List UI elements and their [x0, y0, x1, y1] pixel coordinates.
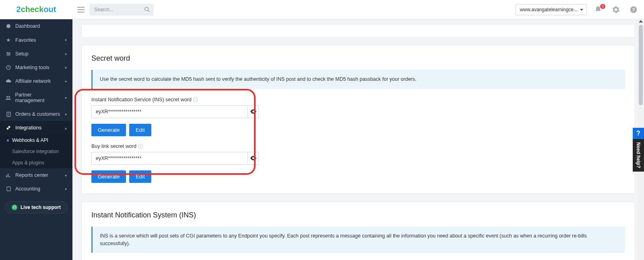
- sidebar-sub-salesforce[interactable]: Salesforce integration: [0, 146, 72, 157]
- chevron-up-icon: ▴: [65, 126, 67, 130]
- chevron-down-icon: ▾: [65, 66, 67, 70]
- sidebar-item-accounting[interactable]: Accounting ▾: [0, 182, 72, 196]
- search-wrap: [89, 4, 154, 16]
- secret-word-info: Use the secret word to calculate the MD5…: [91, 70, 625, 89]
- chevron-down-icon: ▾: [65, 173, 67, 178]
- svg-rect-11: [7, 187, 10, 191]
- plug-icon: [6, 125, 11, 130]
- svg-point-3: [6, 24, 10, 28]
- sidebar-label: Reports center: [15, 172, 48, 178]
- chevron-down-icon: ▾: [65, 96, 67, 100]
- notifications-icon[interactable]: 0: [592, 6, 605, 14]
- chevron-down-icon: ▾: [65, 112, 67, 117]
- chevron-down-icon: ▾: [65, 38, 67, 42]
- svg-point-4: [7, 52, 8, 53]
- ins-card: Instant Notification System (INS) INS is…: [81, 202, 635, 260]
- calculator-icon: [6, 186, 11, 191]
- logo[interactable]: 2checkout: [0, 5, 72, 14]
- ins-secret-label: Instant Notification Service (INS) secre…: [91, 97, 625, 102]
- settings-icon[interactable]: [609, 6, 622, 14]
- help-icon[interactable]: ?: [193, 97, 198, 102]
- users-icon: [6, 96, 11, 100]
- secret-word-title: Secret word: [91, 54, 625, 63]
- svg-point-6: [8, 55, 8, 55]
- sidebar-item-dashboard[interactable]: Dashboard: [0, 19, 72, 33]
- search-icon[interactable]: [144, 6, 150, 12]
- cloud-icon: [6, 79, 11, 83]
- help-question-icon: ?: [633, 128, 644, 139]
- sidebar-label: Orders & customers: [15, 111, 60, 117]
- chart-icon: [6, 173, 11, 178]
- sidebar-item-marketing[interactable]: Marketing tools ▾: [0, 61, 72, 74]
- generate-ins-button[interactable]: Generate: [91, 124, 126, 136]
- svg-point-0: [145, 7, 149, 10]
- support-label: Live tech support: [21, 205, 61, 210]
- eye-icon: [250, 109, 256, 114]
- buy-secret-label: Buy link secret word ?: [91, 143, 625, 149]
- svg-text:?: ?: [632, 7, 635, 12]
- sidebar-sub-webhooks[interactable]: Webhooks & API: [0, 135, 72, 146]
- scroll-up-icon[interactable]: [639, 20, 643, 23]
- sidebar-item-reports[interactable]: Reports center ▾: [0, 168, 72, 182]
- card-previous: [81, 24, 635, 38]
- clipboard-icon: [6, 112, 11, 117]
- sidebar-item-partner[interactable]: Partner management ▾: [0, 88, 72, 107]
- sliders-icon: [6, 51, 11, 56]
- headset-icon: [12, 205, 17, 210]
- notif-badge: 0: [600, 4, 605, 9]
- need-help-tab[interactable]: ? Need help?: [633, 128, 644, 172]
- sidebar-sub-integrations: Webhooks & API Salesforce integration Ap…: [0, 135, 72, 168]
- sidebar-label: Dashboard: [15, 23, 40, 29]
- sidebar-label: Affiliate network: [15, 78, 51, 84]
- sidebar-item-setup[interactable]: Setup ▾: [0, 47, 72, 61]
- secret-word-card: Secret word Use the secret word to calcu…: [81, 45, 635, 194]
- sidebar-label: Integrations: [15, 125, 41, 131]
- sidebar-item-affiliate[interactable]: Affiliate network ▾: [0, 74, 72, 88]
- scrollbar-thumb[interactable]: [639, 25, 643, 105]
- svg-point-8: [6, 96, 8, 98]
- svg-point-5: [9, 53, 10, 54]
- dashboard-icon: [6, 24, 11, 29]
- reveal-buy-secret-button[interactable]: [248, 152, 259, 165]
- main-content: Secret word Use the secret word to calcu…: [72, 19, 644, 260]
- sidebar-label: Accounting: [15, 186, 40, 192]
- sidebar-item-favorites[interactable]: ★ Favorites ▾: [0, 33, 72, 47]
- svg-point-9: [8, 96, 10, 98]
- help-icon[interactable]: ?: [138, 144, 143, 149]
- chevron-down-icon: ▾: [65, 187, 67, 191]
- topbar: 2checkout www.avangatelearningce... 0 ?: [0, 0, 644, 19]
- menu-toggle[interactable]: [77, 7, 85, 12]
- buy-secret-input[interactable]: [91, 152, 248, 165]
- eye-icon: [250, 156, 256, 160]
- ins-secret-input[interactable]: [91, 105, 248, 118]
- sidebar-item-integrations[interactable]: Integrations ▴: [0, 121, 72, 135]
- chevron-down-icon: ▾: [65, 52, 67, 56]
- sidebar-label: Favorites: [15, 37, 36, 43]
- reveal-ins-secret-button[interactable]: [248, 105, 259, 118]
- account-selector[interactable]: www.avangatelearningce...: [516, 4, 587, 15]
- ins-title: Instant Notification System (INS): [91, 211, 625, 219]
- live-support-button[interactable]: Live tech support: [5, 201, 68, 213]
- sidebar-label: Setup: [15, 51, 29, 57]
- chevron-down-icon: ▾: [65, 79, 67, 84]
- edit-buy-button[interactable]: Edit: [129, 170, 151, 183]
- help-icon[interactable]: ?: [627, 6, 640, 14]
- sidebar-label: Marketing tools: [15, 65, 50, 70]
- megaphone-icon: [6, 65, 11, 70]
- ins-info: INS is a service which will post sets of…: [91, 227, 625, 253]
- sidebar-sub-apps[interactable]: Apps & plugins: [0, 157, 72, 168]
- need-help-label: Need help?: [636, 139, 641, 172]
- generate-buy-button[interactable]: Generate: [91, 170, 126, 183]
- svg-text:?: ?: [194, 98, 196, 102]
- svg-text:?: ?: [140, 145, 142, 148]
- sidebar-label: Partner management: [15, 92, 61, 103]
- star-icon: ★: [6, 37, 11, 43]
- edit-ins-button[interactable]: Edit: [129, 124, 151, 136]
- sidebar-item-orders[interactable]: Orders & customers ▾: [0, 107, 72, 121]
- sidebar: Dashboard ★ Favorites ▾ Setup ▾ Marketin…: [0, 19, 72, 260]
